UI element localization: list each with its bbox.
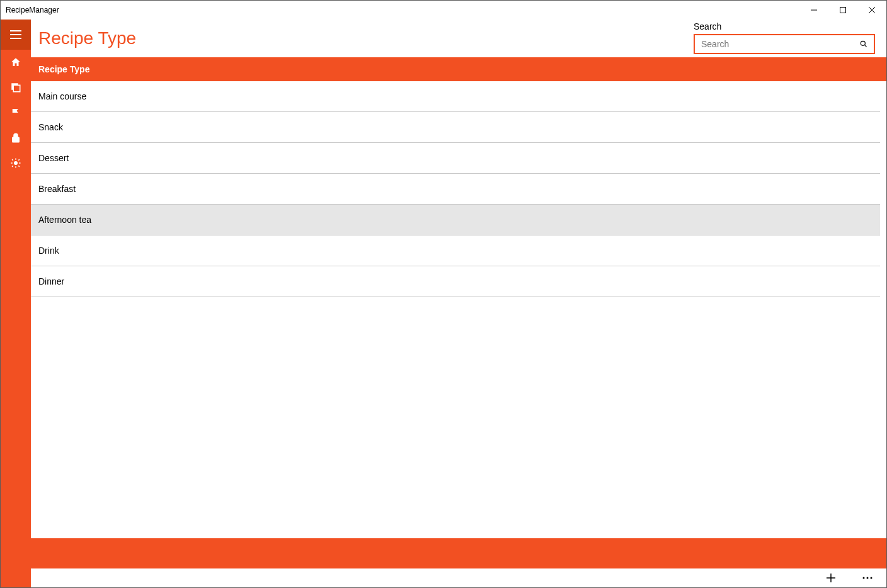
title-bar: RecipeManager — [1, 1, 886, 20]
svg-line-12 — [864, 45, 866, 47]
add-button[interactable] — [818, 568, 844, 587]
command-bar — [31, 568, 886, 587]
maximize-icon — [840, 7, 846, 13]
svg-rect-1 — [840, 8, 846, 13]
app-window: RecipeManager — [0, 0, 887, 588]
nav-lock[interactable] — [1, 125, 31, 150]
app-body: Recipe Type Search Recipe Type Main cour… — [1, 20, 886, 587]
minimize-button[interactable] — [799, 1, 828, 20]
more-button[interactable] — [855, 568, 880, 587]
svg-point-11 — [861, 41, 865, 45]
list-item[interactable]: Main course — [31, 81, 880, 112]
page-title: Recipe Type — [38, 28, 136, 48]
flag-icon — [10, 107, 21, 118]
svg-point-16 — [867, 577, 869, 579]
bottom-bar — [31, 538, 886, 568]
search-label: Search — [694, 21, 875, 31]
nav-settings[interactable] — [1, 150, 31, 176]
close-icon — [869, 7, 875, 13]
more-icon — [862, 577, 873, 579]
lock-icon — [10, 132, 21, 144]
search-icon[interactable] — [857, 40, 870, 48]
page-header: Recipe Type Search — [31, 20, 886, 57]
nav-rail — [1, 20, 31, 587]
list-item[interactable]: Breakfast — [31, 174, 880, 205]
svg-point-10 — [14, 162, 18, 165]
list-item-label: Drink — [38, 246, 59, 256]
list-item[interactable]: Dinner — [31, 266, 880, 297]
list-item-label: Breakfast — [38, 184, 76, 194]
list-item[interactable]: Drink — [31, 235, 880, 266]
close-button[interactable] — [857, 1, 886, 20]
recipe-type-list: Main courseSnackDessertBreakfastAfternoo… — [31, 81, 880, 538]
magnifier-icon — [859, 40, 868, 48]
nav-flag[interactable] — [1, 100, 31, 125]
hamburger-icon — [10, 30, 21, 39]
section-header: Recipe Type — [31, 57, 886, 81]
window-controls — [799, 1, 886, 20]
stack-icon — [10, 82, 21, 93]
list-item-label: Afternoon tea — [38, 215, 91, 225]
svg-rect-9 — [13, 137, 20, 142]
list-item-label: Main course — [38, 91, 86, 101]
home-icon — [10, 57, 21, 68]
svg-point-15 — [863, 577, 865, 579]
window-title: RecipeManager — [6, 6, 59, 14]
list-item-label: Dessert — [38, 153, 69, 163]
svg-rect-8 — [13, 85, 20, 92]
hamburger-button[interactable] — [1, 20, 31, 50]
search-input[interactable] — [700, 38, 857, 50]
maximize-button[interactable] — [828, 1, 857, 20]
list-item[interactable]: Afternoon tea — [31, 205, 880, 235]
list-item[interactable]: Dessert — [31, 143, 880, 174]
search-block: Search — [694, 21, 875, 54]
search-box[interactable] — [694, 34, 875, 54]
nav-categories[interactable] — [1, 75, 31, 100]
svg-point-17 — [871, 577, 873, 579]
list-item-label: Snack — [38, 122, 63, 132]
section-title: Recipe Type — [38, 64, 89, 74]
nav-home[interactable] — [1, 50, 31, 75]
minimize-icon — [811, 7, 817, 13]
list-item[interactable]: Snack — [31, 112, 880, 143]
gear-icon — [10, 157, 21, 169]
list-item-label: Dinner — [38, 276, 64, 286]
plus-icon — [826, 573, 836, 583]
